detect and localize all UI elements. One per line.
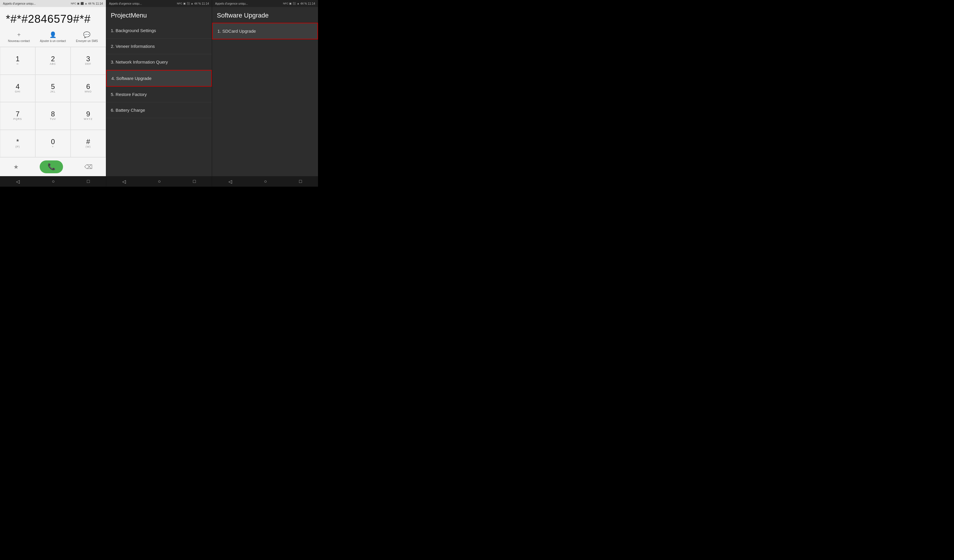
battery-pct-3: 44 % 11:14 (300, 2, 315, 5)
key-sub-0: + (52, 145, 54, 149)
key-9[interactable]: 9WXYZ (70, 102, 106, 130)
menu-item-1[interactable]: 2. Veneer Informations (106, 39, 212, 54)
upgrade-list: 1. SDCard Upgrade (212, 23, 318, 39)
key-main-*: * (16, 138, 19, 145)
key-main-6: 6 (86, 83, 90, 90)
recent-button-2[interactable]: □ (193, 179, 196, 184)
signal-icon-3: ▣ (289, 2, 292, 5)
add-to-contact-label: Ajouter à un contact (40, 39, 66, 43)
status-right-2: NFC ▣ ⬛ ▲ 44 % 11:14 (177, 2, 209, 5)
recent-button-1[interactable]: □ (87, 179, 90, 184)
key-sub-*: (P) (16, 145, 20, 149)
key-main-9: 9 (86, 110, 90, 118)
home-button-1[interactable]: ○ (52, 179, 55, 184)
status-right-3: NFC ▣ ⬛ ▲ 44 % 11:14 (283, 2, 315, 5)
send-sms-button[interactable]: 💬 Envoyer un SMS (76, 31, 98, 43)
key-sub-3: DEF (85, 62, 91, 66)
key-main-4: 4 (16, 83, 20, 90)
sms-icon: 💬 (83, 31, 90, 38)
back-button-3[interactable]: ◁ (228, 179, 232, 184)
key-main-#: # (86, 138, 90, 145)
dialer-body: *#*#2846579#*# + Nouveau contact 👤 Ajout… (0, 7, 106, 176)
keypad: 1∞2ABC3DEF4GHI5JKL6MNO7PQRS8TUV9WXYZ*(P)… (0, 47, 106, 157)
key-1[interactable]: 1∞ (0, 47, 35, 75)
call-icon: 📞 (48, 163, 55, 171)
home-button-2[interactable]: ○ (158, 179, 161, 184)
upgrade-panel: Appels d'urgence uniqu... NFC ▣ ⬛ ▲ 44 %… (212, 0, 318, 187)
key-#[interactable]: #(W) (70, 130, 106, 157)
status-left-2: Appels d'urgence uniqu... (109, 2, 142, 5)
delete-button[interactable]: ⌫ (84, 163, 92, 170)
key-sub-4: GHI (15, 90, 20, 93)
menu-title: ProjectMenu (111, 12, 207, 19)
key-3[interactable]: 3DEF (70, 47, 106, 75)
wifi-icon-2: ▲ (191, 2, 193, 5)
new-contact-button[interactable]: + Nouveau contact (8, 31, 30, 43)
star-button[interactable]: ★ (13, 163, 19, 170)
battery-pct-2: 44 % 11:14 (194, 2, 209, 5)
key-4[interactable]: 4GHI (0, 75, 35, 103)
key-sub-5: JKL (50, 90, 56, 93)
new-contact-label: Nouveau contact (8, 39, 30, 43)
menu-header: ProjectMenu (106, 7, 212, 23)
nav-bar-2: ◁ ○ □ (106, 176, 212, 187)
battery-pct-1: 44 % 11:14 (88, 2, 103, 5)
nav-bar-1: ◁ ○ □ (0, 176, 106, 187)
key-6[interactable]: 6MNO (70, 75, 106, 103)
key-5[interactable]: 5JKL (35, 75, 70, 103)
data-icon: ⬛ (81, 2, 84, 5)
data-icon-2: ⬛ (187, 2, 190, 5)
status-left-3: Appels d'urgence uniqu... (215, 2, 248, 5)
upgrade-item-0[interactable]: 1. SDCard Upgrade (212, 23, 318, 39)
upgrade-title: Software Upgrade (217, 12, 313, 19)
upgrade-header: Software Upgrade (212, 7, 318, 23)
back-button-1[interactable]: ◁ (16, 179, 20, 184)
key-2[interactable]: 2ABC (35, 47, 70, 75)
add-contact-icon: + (17, 31, 21, 38)
nav-bar-3: ◁ ○ □ (212, 176, 318, 187)
send-sms-label: Envoyer un SMS (76, 39, 98, 43)
dialer-actions: + Nouveau contact 👤 Ajouter à un contact… (0, 28, 106, 47)
key-sub-7: PQRS (13, 118, 22, 121)
key-*[interactable]: *(P) (0, 130, 35, 157)
key-main-2: 2 (51, 55, 55, 62)
nfc-icon-2: NFC (177, 2, 182, 5)
menu-item-2[interactable]: 3. Network Information Query (106, 54, 212, 70)
wifi-icon-3: ▲ (297, 2, 299, 5)
key-sub-9: WXYZ (84, 118, 92, 121)
key-sub-#: (W) (86, 145, 91, 149)
key-main-0: 0 (51, 138, 55, 145)
home-button-3[interactable]: ○ (264, 179, 267, 184)
add-to-contact-button[interactable]: 👤 Ajouter à un contact (40, 31, 66, 43)
menu-item-3[interactable]: 4. Software Upgrade (106, 70, 212, 87)
status-right-1: NFC ▣ ⬛ ▲ 44 % 11:14 (71, 2, 103, 5)
key-sub-1: ∞ (17, 62, 19, 66)
status-bar-3: Appels d'urgence uniqu... NFC ▣ ⬛ ▲ 44 %… (212, 0, 318, 7)
key-main-8: 8 (51, 110, 55, 118)
signal-icon: ▣ (77, 2, 80, 5)
status-bar-1: Appels d'urgence uniqu... NFC ▣ ⬛ ▲ 44 %… (0, 0, 106, 7)
nfc-icon-3: NFC (283, 2, 288, 5)
back-button-2[interactable]: ◁ (122, 179, 126, 184)
dialer-bottom: ★ 📞 ⌫ (0, 157, 106, 176)
key-sub-2: ABC (50, 62, 56, 66)
person-icon: 👤 (49, 31, 57, 38)
menu-item-5[interactable]: 6. Battery Charge (106, 103, 212, 118)
wifi-icon: ▲ (84, 2, 87, 5)
key-7[interactable]: 7PQRS (0, 102, 35, 130)
key-sub-8: TUV (50, 118, 56, 121)
key-main-7: 7 (16, 110, 20, 118)
menu-list: 1. Background Settings2. Veneer Informat… (106, 23, 212, 118)
menu-item-4[interactable]: 5. Restore Factory (106, 87, 212, 103)
call-button[interactable]: 📞 (40, 160, 63, 173)
key-main-3: 3 (86, 55, 90, 62)
key-8[interactable]: 8TUV (35, 102, 70, 130)
menu-item-0[interactable]: 1. Background Settings (106, 23, 212, 39)
key-main-1: 1 (16, 55, 20, 62)
dialer-panel: Appels d'urgence uniqu... NFC ▣ ⬛ ▲ 44 %… (0, 0, 106, 187)
dialed-number: *#*#2846579#*# (0, 7, 106, 28)
data-icon-3: ⬛ (293, 2, 296, 5)
recent-button-3[interactable]: □ (299, 179, 302, 184)
key-0[interactable]: 0+ (35, 130, 70, 157)
menu-panel: Appels d'urgence uniqu... NFC ▣ ⬛ ▲ 44 %… (106, 0, 212, 187)
